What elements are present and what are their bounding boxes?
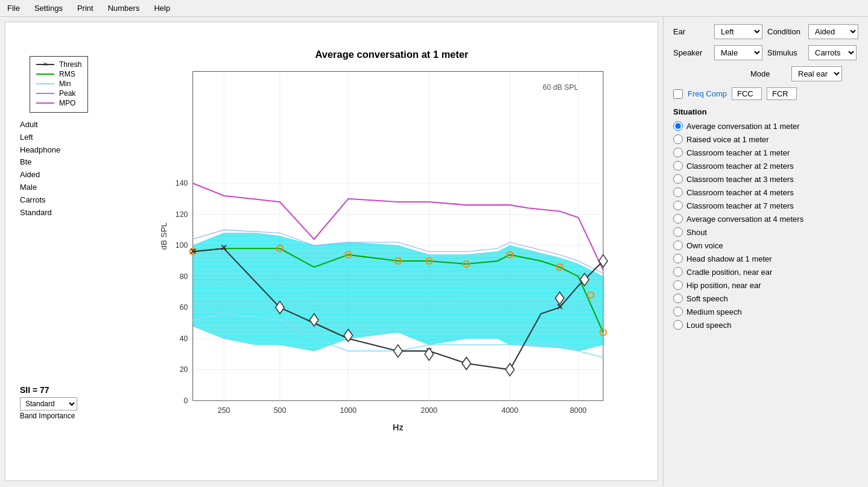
situation-radio-item: Hip position, near ear [673, 280, 858, 290]
band-importance-select[interactable]: Standard Speech IDA ANSI S3 Custom [20, 397, 77, 410]
freq-comp-label[interactable]: Freq Comp [688, 89, 727, 98]
ear-label: Ear [673, 27, 709, 36]
situation-radio-label-8: Shout [686, 228, 707, 237]
situation-radio-5[interactable] [673, 187, 683, 197]
svg-text:dB SPL: dB SPL [159, 222, 168, 250]
situation-radio-item: Classroom teacher at 2 meters [673, 161, 858, 171]
situation-radio-0[interactable] [673, 121, 683, 131]
info-carrots: Carrots [20, 194, 60, 207]
situation-radio-item: Classroom teacher at 7 meters [673, 201, 858, 210]
situation-radio-14[interactable] [673, 307, 683, 316]
situation-radio-8[interactable] [673, 227, 683, 237]
svg-text:140: 140 [176, 179, 188, 187]
freq-comp-checkbox[interactable] [673, 89, 683, 99]
chart-title: Average conversation at 1 meter [315, 49, 469, 60]
info-standard: Standard [20, 207, 60, 219]
speaker-stimulus-row: Speaker Male Female Stimulus Carrots IST… [673, 45, 858, 60]
mode-label: Mode [750, 69, 787, 78]
right-panel: Ear Left Right Condition Aided Unaided S… [663, 17, 868, 486]
situation-radio-item: Soft speech [673, 294, 858, 303]
situation-radio-label-9: Own voice [686, 241, 723, 250]
mode-select[interactable]: Real ear Coupler [791, 66, 842, 81]
legend-peak-label: Peak [59, 89, 75, 98]
situation-radio-15[interactable] [673, 320, 683, 330]
situation-radio-item: Classroom teacher at 3 meters [673, 174, 858, 184]
situation-radio-item: Average conversation at 4 meters [673, 214, 858, 224]
situation-radio-13[interactable] [673, 294, 683, 303]
situation-radio-3[interactable] [673, 161, 683, 171]
svg-text:40: 40 [180, 335, 188, 343]
svg-text:✕: ✕ [189, 247, 197, 256]
situation-radio-4[interactable] [673, 174, 683, 184]
situation-radio-label-0: Average conversation at 1 meter [686, 122, 800, 131]
legend-peak: Peak [36, 89, 81, 98]
situation-list: Average conversation at 1 meterRaised vo… [673, 121, 858, 330]
sii-value: SII = 77 [20, 385, 77, 395]
ear-select[interactable]: Left Right [714, 24, 762, 39]
svg-text:0: 0 [184, 397, 188, 405]
chart-panel: ✕ Thresh RMS Min Peak MPO Adul [5, 22, 658, 481]
situation-radio-7[interactable] [673, 214, 683, 224]
svg-text:20: 20 [180, 365, 188, 374]
menu-settings[interactable]: Settings [32, 2, 65, 14]
legend-box: ✕ Thresh RMS Min Peak MPO [30, 56, 88, 113]
menu-print[interactable]: Print [75, 2, 96, 14]
svg-text:4000: 4000 [502, 406, 519, 415]
situation-radio-11[interactable] [673, 267, 683, 277]
legend-thresh-label: Thresh [59, 60, 81, 69]
situation-radio-2[interactable] [673, 148, 683, 157]
fcr-box: FCR [767, 87, 797, 100]
legend-rms-label: RMS [59, 70, 75, 78]
situation-radio-item: Shout [673, 227, 858, 237]
main-chart-svg: Average conversation at 1 meter [132, 40, 651, 444]
speaker-select[interactable]: Male Female [714, 45, 762, 60]
condition-label: Condition [767, 27, 803, 36]
legend-min: Min [36, 80, 81, 88]
info-adult: Adult [20, 119, 60, 131]
stimulus-select[interactable]: Carrots ISTS Speech [808, 45, 857, 60]
situation-radio-10[interactable] [673, 254, 683, 263]
ear-condition-row: Ear Left Right Condition Aided Unaided [673, 24, 858, 39]
situation-radio-12[interactable] [673, 280, 683, 290]
info-left: Left [20, 131, 60, 144]
svg-text:100: 100 [176, 241, 188, 250]
situation-radio-item: Raised voice at 1 meter [673, 134, 858, 144]
situation-radio-label-2: Classroom teacher at 1 meter [686, 148, 790, 157]
stimulus-label: Stimulus [767, 48, 803, 57]
situation-radio-item: Cradle position, near ear [673, 267, 858, 277]
svg-text:1000: 1000 [340, 406, 357, 415]
freq-comp-row: Freq Comp FCC FCR [673, 87, 858, 100]
situation-radio-1[interactable] [673, 134, 683, 144]
situation-radio-label-3: Classroom teacher at 2 meters [686, 162, 794, 171]
situation-radio-label-7: Average conversation at 4 meters [686, 215, 803, 224]
menu-help[interactable]: Help [151, 2, 173, 14]
main-content: ✕ Thresh RMS Min Peak MPO Adul [0, 17, 868, 486]
band-select[interactable]: Standard Speech IDA ANSI S3 Custom [20, 397, 77, 410]
legend-mpo-label: MPO [59, 99, 75, 107]
situation-radio-9[interactable] [673, 240, 683, 250]
band-importance-label: Band Importance [20, 412, 77, 420]
condition-select[interactable]: Aided Unaided [808, 24, 858, 39]
situation-radio-label-4: Classroom teacher at 3 meters [686, 175, 794, 184]
situation-radio-6[interactable] [673, 201, 683, 210]
situation-radio-item: Medium speech [673, 307, 858, 316]
svg-text:Hz: Hz [393, 423, 404, 432]
menu-file[interactable]: File [5, 2, 22, 14]
situation-radio-item: Classroom teacher at 1 meter [673, 148, 858, 157]
menu-bar: File Settings Print Numbers Help [0, 0, 868, 17]
menu-numbers[interactable]: Numbers [106, 2, 142, 14]
legend-mpo: MPO [36, 99, 81, 107]
info-male: Male [20, 181, 60, 194]
sii-info: SII = 77 Standard Speech IDA ANSI S3 Cus… [20, 385, 77, 420]
speaker-label: Speaker [673, 48, 709, 57]
situation-radio-label-13: Soft speech [686, 294, 728, 303]
svg-text:500: 500 [274, 406, 287, 415]
legend-min-label: Min [59, 80, 71, 88]
svg-text:✕: ✕ [220, 243, 227, 253]
situation-radio-item: Own voice [673, 240, 858, 250]
situation-radio-label-15: Loud speech [686, 321, 731, 330]
situation-radio-label-10: Head shadow at 1 meter [686, 254, 772, 263]
info-headphone: Headphone [20, 144, 60, 157]
svg-marker-85 [394, 345, 402, 357]
situation-radio-item: Classroom teacher at 4 meters [673, 187, 858, 197]
